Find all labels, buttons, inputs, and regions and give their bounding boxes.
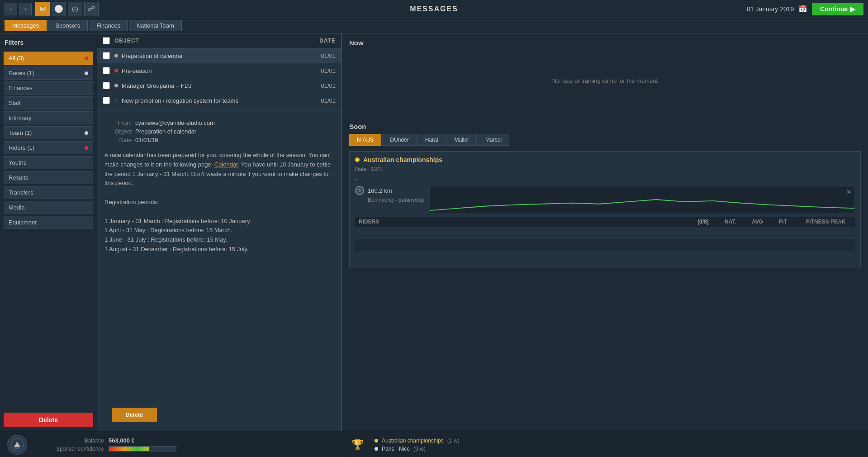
msg-2-subject: Pre-season bbox=[122, 67, 308, 74]
detail-delete-button[interactable]: Delete bbox=[112, 408, 157, 422]
message-body: A race calendar has been prepared for yo… bbox=[104, 151, 334, 254]
message-detail: From cyanews@cyanide-studio.com Object P… bbox=[97, 112, 341, 399]
globe-tool-icon[interactable]: ☍ bbox=[84, 2, 99, 16]
from-label: From bbox=[104, 119, 132, 126]
message-list-header: OBJECT DATE bbox=[97, 33, 341, 48]
race-profile-close[interactable]: ✕ bbox=[845, 188, 853, 195]
nav-back-button[interactable]: ‹ bbox=[5, 3, 17, 15]
now-title: Now bbox=[349, 39, 861, 47]
calendar-icon[interactable]: 📅 bbox=[798, 5, 807, 13]
balance-section: Balance 563,000 € Sponsor confidence bbox=[45, 437, 176, 452]
tab-finances[interactable]: Finances bbox=[89, 20, 128, 31]
riders-col-peak: FITNESS PEAK bbox=[806, 219, 851, 225]
message-item-2[interactable]: Pre-season 01/01 bbox=[97, 63, 341, 78]
soon-tab-dunder[interactable]: DUnder bbox=[382, 134, 416, 146]
riders-row-3 bbox=[355, 251, 855, 263]
msg-1-checkbox[interactable] bbox=[103, 52, 110, 59]
soon-tab-marsei[interactable]: Marsei bbox=[478, 134, 509, 146]
filter-dot-races bbox=[85, 71, 88, 75]
filter-dot-riders bbox=[85, 146, 88, 150]
filter-team[interactable]: Team (1) bbox=[4, 126, 93, 139]
continue-button[interactable]: Continue ▶ bbox=[812, 3, 863, 15]
balance-row: Balance 563,000 € bbox=[45, 437, 176, 444]
filter-youths[interactable]: Youths bbox=[4, 156, 93, 169]
msg-4-status-dot bbox=[114, 99, 118, 102]
sidebar-delete-button[interactable]: Delete bbox=[4, 413, 93, 427]
race-card: Australian championships Date : 12/1 - ⟳… bbox=[349, 151, 861, 268]
detail-actions: Delete bbox=[97, 399, 341, 431]
race-status-dot bbox=[355, 157, 360, 162]
date-display: 01 January 2019 bbox=[747, 5, 794, 13]
msg-3-subject: Manager Groupama – FDJ bbox=[122, 82, 308, 89]
tab-messages[interactable]: Messages bbox=[5, 20, 47, 31]
message-item-4[interactable]: New promotion / relegation system for te… bbox=[97, 93, 341, 108]
soon-section: Soon N-AUS DUnder Haral Mallor Marsei Au… bbox=[342, 117, 868, 431]
top-bar: ‹ › ✉ ⚪ ◴ ☍ MESSAGES 01 January 2019 📅 C… bbox=[0, 0, 868, 18]
nav-arrows: ‹ › bbox=[5, 3, 32, 15]
bottom-bar: Balance 563,000 € Sponsor confidence 🏆 A… bbox=[0, 431, 868, 457]
messages-tool-icon[interactable]: ✉ bbox=[35, 2, 50, 16]
race-card-header: Australian championships bbox=[355, 156, 855, 163]
object-value: Preparation of calendar bbox=[135, 128, 334, 135]
world-tool-icon[interactable]: ⚪ bbox=[52, 2, 66, 16]
filter-staff[interactable]: Staff bbox=[4, 96, 93, 109]
bottom-left: Balance 563,000 € Sponsor confidence bbox=[0, 431, 344, 457]
confidence-bar bbox=[109, 446, 176, 452]
msg-2-checkbox[interactable] bbox=[103, 67, 110, 74]
riders-col-fit: FIT bbox=[779, 219, 806, 225]
tab-sponsors[interactable]: Sponsors bbox=[47, 20, 88, 31]
object-label: Object bbox=[104, 128, 132, 135]
filter-riders[interactable]: Riders (1) bbox=[4, 141, 93, 154]
soon-tab-mallor[interactable]: Mallor bbox=[446, 134, 477, 146]
filter-finances[interactable]: Finances bbox=[4, 81, 93, 95]
no-race-message: No race or training camp for the moment bbox=[349, 50, 861, 111]
balance-value: 563,000 € bbox=[109, 437, 135, 444]
riders-table: RIDERS (0/8) NAT. AVG FIT FITNESS PEAK bbox=[355, 217, 855, 263]
upcoming-name-1: Australian championships bbox=[382, 438, 444, 444]
tab-national-team[interactable]: National Team bbox=[129, 20, 182, 31]
msg-1-subject: Preparation of calendar bbox=[122, 52, 308, 59]
filter-equipment[interactable]: Equipment bbox=[4, 216, 93, 229]
message-item-1[interactable]: Preparation of calendar 01/01 bbox=[97, 48, 341, 63]
msg-3-checkbox[interactable] bbox=[103, 82, 110, 89]
page-title: MESSAGES bbox=[410, 5, 458, 13]
column-date: DATE bbox=[308, 38, 336, 44]
riders-col-avg: AVG bbox=[752, 219, 779, 225]
msg-3-date: 01/01 bbox=[308, 82, 336, 89]
msg-2-date: 01/01 bbox=[308, 67, 336, 74]
filter-dot-all bbox=[85, 57, 88, 60]
sidebar-title: Filters bbox=[4, 37, 93, 48]
race-distance-row: ⟳ 160.2 km bbox=[355, 186, 424, 195]
filter-races[interactable]: Races (1) bbox=[4, 67, 93, 80]
sidebar: Filters All (3) Races (1) Finances Staff… bbox=[0, 33, 97, 431]
sub-nav: Messages Sponsors Finances National Team bbox=[0, 18, 868, 33]
upcoming-name-2: Paris - Nice bbox=[382, 446, 410, 452]
calendar-link[interactable]: Calendar bbox=[214, 161, 238, 168]
column-object: OBJECT bbox=[114, 38, 308, 44]
race-date: Date : 12/1 bbox=[355, 166, 855, 172]
top-right-area: 01 January 2019 📅 Continue ▶ bbox=[747, 3, 863, 15]
riders-row-2 bbox=[355, 239, 855, 251]
filter-results[interactable]: Results bbox=[4, 171, 93, 184]
team-logo bbox=[7, 435, 27, 455]
filter-media[interactable]: Media bbox=[4, 201, 93, 214]
trophy-icon: 🏆 bbox=[351, 439, 364, 451]
filter-infirmary[interactable]: Infirmary bbox=[4, 111, 93, 124]
nav-forward-button[interactable]: › bbox=[19, 3, 32, 15]
soon-tab-n-aus[interactable]: N-AUS bbox=[349, 134, 381, 146]
soon-tab-haral[interactable]: Haral bbox=[417, 134, 446, 146]
upcoming-weeks-2: (9 w) bbox=[413, 446, 426, 452]
filter-all[interactable]: All (3) bbox=[4, 52, 93, 65]
message-item-3[interactable]: Manager Groupama – FDJ 01/01 bbox=[97, 78, 341, 93]
upcoming-race-2: Paris - Nice (9 w) bbox=[375, 446, 459, 452]
filter-transfers[interactable]: Transfers bbox=[4, 186, 93, 199]
race-profile-chart: ✕ bbox=[429, 186, 855, 213]
race-name: Australian championships bbox=[363, 156, 442, 163]
clock-tool-icon[interactable]: ◴ bbox=[68, 2, 82, 16]
msg-4-checkbox[interactable] bbox=[103, 97, 110, 104]
right-panel: Now No race or training camp for the mom… bbox=[342, 33, 868, 431]
msg-1-date: 01/01 bbox=[308, 52, 336, 59]
select-all-checkbox[interactable] bbox=[103, 37, 110, 44]
date-value: 01/01/19 bbox=[135, 137, 334, 143]
center-panel: OBJECT DATE Preparation of calendar 01/0… bbox=[97, 33, 342, 431]
